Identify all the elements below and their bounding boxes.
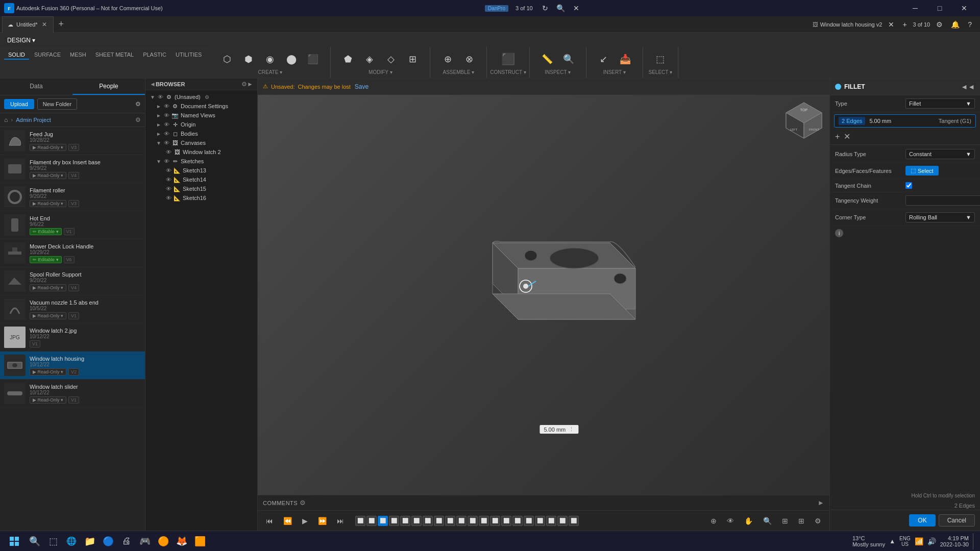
tree-item-named-views[interactable]: ► 👁 📷 Named Views xyxy=(145,111,257,120)
timeline-item[interactable]: ⬜ xyxy=(569,516,579,526)
show-desktop-button[interactable] xyxy=(973,533,976,549)
timeline-item[interactable]: ⬜ xyxy=(524,516,534,526)
notification-icon[interactable]: 🔔 xyxy=(949,18,962,31)
list-item[interactable]: Window latch slider 10/12/22 ▶ Read-Only… xyxy=(0,380,145,408)
tab-data[interactable]: Data xyxy=(0,79,72,95)
inspect-btn-1[interactable]: 📏 xyxy=(537,51,557,67)
select-btn-1[interactable]: ⬚ xyxy=(650,51,671,67)
close-window-tab-button[interactable]: ✕ xyxy=(886,18,896,31)
timeline-item[interactable]: ⬜ xyxy=(366,516,377,526)
comments-panel-btn[interactable]: ► xyxy=(818,499,824,507)
home-icon[interactable]: ⌂ xyxy=(4,116,8,123)
list-item[interactable]: Filament dry box Insert base 9/29/22 ▶ R… xyxy=(0,155,145,183)
timeline-item[interactable]: ⬜ xyxy=(355,516,365,526)
grid-btn[interactable]: ⊞ xyxy=(795,515,807,527)
tree-item-bodies[interactable]: ► 👁 ◻ Bodies xyxy=(145,129,257,138)
taskbar-orange2[interactable]: 🟧 xyxy=(192,533,208,549)
tab-solid[interactable]: SOLID xyxy=(4,51,29,60)
close-panel-button[interactable]: ✕ xyxy=(571,2,581,14)
timeline-item[interactable]: ⬜ xyxy=(456,516,467,526)
look-btn[interactable]: 👁 xyxy=(724,515,737,527)
timeline-item[interactable]: ⬜ xyxy=(389,516,399,526)
comments-expand-btn[interactable]: ⚙ xyxy=(300,499,306,507)
select-button[interactable]: ⬚ Select xyxy=(905,166,939,176)
help-icon[interactable]: ? xyxy=(966,18,974,31)
timeline-item[interactable]: ⬜ xyxy=(546,516,556,526)
info-icon[interactable]: i xyxy=(835,229,843,237)
tree-item-sketch15[interactable]: 👁 📐 Sketch15 xyxy=(145,184,257,193)
taskbar-explorer[interactable]: 📁 xyxy=(82,533,98,549)
timeline-item[interactable]: ⬜ xyxy=(423,516,433,526)
tab-sheet-metal[interactable]: SHEET METAL xyxy=(91,51,138,60)
add-window-button[interactable]: + xyxy=(900,18,909,31)
timeline-item[interactable]: ⬜ xyxy=(378,516,388,526)
taskbar-notification-area[interactable]: ▲ xyxy=(889,538,895,545)
browser-collapse-btn[interactable]: ◄ xyxy=(150,81,156,88)
tangent-chain-checkbox[interactable] xyxy=(905,182,912,189)
ok-button[interactable]: OK xyxy=(909,514,935,527)
timeline-item[interactable]: ⬜ xyxy=(434,516,444,526)
timeline-start-btn[interactable]: ⏮ xyxy=(263,515,276,527)
timeline-item[interactable]: ⬜ xyxy=(468,516,478,526)
timeline-item[interactable]: ⬜ xyxy=(535,516,545,526)
timeline-next-btn[interactable]: ⏩ xyxy=(315,515,330,527)
construct-btn-1[interactable]: ⬛ xyxy=(498,51,519,67)
create-btn-3[interactable]: ◉ xyxy=(260,51,280,67)
create-btn-5[interactable]: ⬛ xyxy=(303,51,323,67)
wifi-icon[interactable]: 📶 xyxy=(915,537,923,545)
upload-button[interactable]: Upload xyxy=(4,99,34,109)
new-folder-button[interactable]: New Folder xyxy=(37,98,77,110)
taskbar-3dprinter[interactable]: 🖨 xyxy=(118,533,135,549)
list-item[interactable]: JPG Window latch 2.jpg 10/12/22 V1 xyxy=(0,323,145,352)
panel-collapse-button[interactable]: ◄◄ xyxy=(961,83,975,91)
tab-surface[interactable]: SURFACE xyxy=(30,51,65,60)
fit-btn[interactable]: ⊞ xyxy=(779,515,791,527)
minimize-button[interactable]: ─ xyxy=(903,0,927,16)
list-item[interactable]: Spool Roller Support 9/20/22 ▶ Read-Only… xyxy=(0,267,145,295)
pan-btn[interactable]: ✋ xyxy=(741,515,756,527)
create-btn-1[interactable]: ⬡ xyxy=(217,51,237,67)
assemble-btn-1[interactable]: ⊕ xyxy=(437,51,458,67)
tab-people[interactable]: People xyxy=(72,79,145,95)
create-btn-2[interactable]: ⬢ xyxy=(238,51,259,67)
modify-btn-1[interactable]: ⬟ xyxy=(338,51,358,67)
tree-item-canvases[interactable]: ▼ 👁 🖼 Canvases xyxy=(145,138,257,147)
timeline-item[interactable]: ⬜ xyxy=(445,516,455,526)
add-button[interactable]: + xyxy=(835,132,840,141)
corner-type-dropdown[interactable]: Rolling Ball ▼ xyxy=(905,212,975,222)
tab-plastic[interactable]: PLASTIC xyxy=(139,51,170,60)
list-item[interactable]: Vacuum nozzle 1.5 abs end 10/5/22 ▶ Read… xyxy=(0,295,145,323)
modify-btn-2[interactable]: ◈ xyxy=(359,51,380,67)
design-dropdown[interactable]: DESIGN ▾ xyxy=(4,35,38,46)
orbit-btn[interactable]: ⊕ xyxy=(707,515,720,527)
tree-item-sketch13[interactable]: 👁 📐 Sketch13 xyxy=(145,166,257,175)
insert-btn-1[interactable]: ↙ xyxy=(594,51,614,67)
tab-utilities[interactable]: UTILITIES xyxy=(172,51,206,60)
settings-btn[interactable]: ⚙ xyxy=(812,515,824,527)
modify-btn-3[interactable]: ◇ xyxy=(381,51,401,67)
taskbar-search[interactable]: 🔍 xyxy=(27,533,43,549)
taskbar-steam[interactable]: 🎮 xyxy=(137,533,153,549)
maximize-button[interactable]: □ xyxy=(928,0,951,16)
modify-btn-4[interactable]: ⊞ xyxy=(402,51,423,67)
timeline-item[interactable]: ⬜ xyxy=(490,516,500,526)
list-item[interactable]: Window latch housing 10/12/22 ▶ Read-Onl… xyxy=(0,352,145,380)
windows-start-button[interactable] xyxy=(4,533,24,549)
assemble-btn-2[interactable]: ⊗ xyxy=(459,51,479,67)
tree-item-sketch16[interactable]: 👁 📐 Sketch16 xyxy=(145,193,257,203)
insert-btn-2[interactable]: 📥 xyxy=(615,51,635,67)
timeline-end-btn[interactable]: ⏭ xyxy=(334,515,347,527)
tab-mesh[interactable]: MESH xyxy=(66,51,90,60)
browser-expand-btn[interactable]: ► xyxy=(247,81,253,88)
project-settings-icon[interactable]: ⚙ xyxy=(135,116,141,123)
cancel-button[interactable]: Cancel xyxy=(939,514,975,527)
tangency-weight-input[interactable]: 1.39 xyxy=(905,195,980,206)
list-item[interactable]: Mower Deck Lock Handle 10/29/22 ✏ Editab… xyxy=(0,239,145,267)
taskbar-chrome[interactable]: 🔵 xyxy=(100,533,116,549)
create-btn-4[interactable]: ⬤ xyxy=(281,51,302,67)
list-item[interactable]: Filament roller 9/20/22 ▶ Read-Only ▾ V3 xyxy=(0,183,145,211)
settings-icon-right[interactable]: ⚙ xyxy=(934,18,945,31)
close-window-button[interactable]: ✕ xyxy=(952,0,976,16)
taskbar-edge[interactable]: 🌐 xyxy=(63,533,80,549)
list-item[interactable]: Hot End 9/6/22 ✏ Editable ▾ V1 xyxy=(0,211,145,239)
